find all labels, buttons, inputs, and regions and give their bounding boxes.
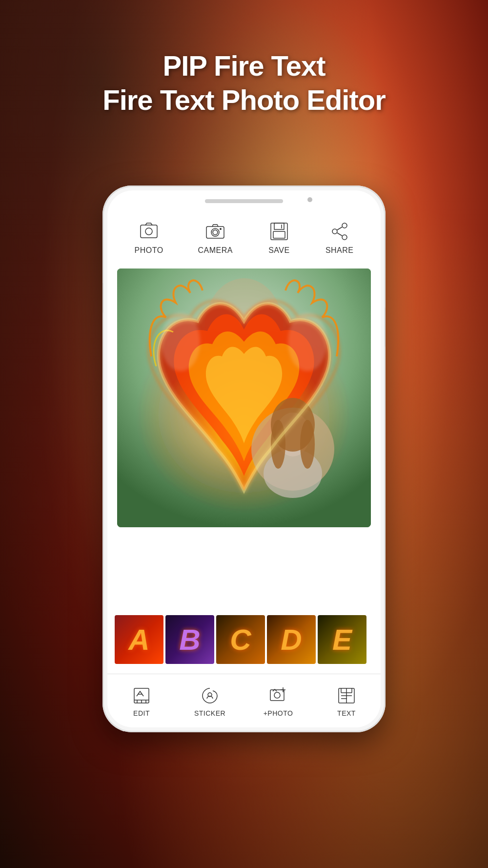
toolbar-save[interactable]: SAVE bbox=[267, 220, 291, 255]
thumbnail-c[interactable]: C bbox=[216, 615, 265, 664]
share-icon bbox=[328, 220, 351, 243]
svg-rect-29 bbox=[270, 690, 284, 701]
svg-point-1 bbox=[145, 228, 152, 235]
phone-power-button bbox=[385, 308, 386, 347]
svg-rect-0 bbox=[141, 225, 157, 238]
top-toolbar: PHOTO CAMERA bbox=[107, 215, 381, 260]
fire-heart-visual bbox=[117, 269, 371, 527]
svg-point-25 bbox=[300, 420, 315, 469]
photo-icon bbox=[137, 220, 161, 243]
svg-point-30 bbox=[274, 692, 280, 698]
toolbar-camera[interactable]: CAMERA bbox=[198, 220, 233, 255]
sticker-label: STICKER bbox=[194, 709, 225, 717]
svg-point-5 bbox=[220, 228, 222, 230]
phone-camera-dot bbox=[307, 197, 312, 202]
svg-point-4 bbox=[213, 230, 218, 235]
toolbar-share[interactable]: SHARE bbox=[325, 220, 354, 255]
phone-volume-button bbox=[102, 283, 103, 312]
thumbnail-d[interactable]: D bbox=[267, 615, 316, 664]
title-line1: PIP Fire Text bbox=[0, 49, 488, 83]
sticker-icon bbox=[199, 685, 221, 706]
nav-edit[interactable]: EDIT bbox=[107, 685, 176, 717]
nav-sticker[interactable]: STICKER bbox=[176, 685, 244, 717]
edit-label: EDIT bbox=[133, 709, 150, 717]
nav-text[interactable]: TEXT bbox=[312, 685, 381, 717]
bottom-nav: EDIT STICKER bbox=[107, 674, 381, 727]
save-icon bbox=[267, 220, 291, 243]
save-label: SAVE bbox=[268, 246, 290, 255]
thumbnail-e[interactable]: E bbox=[318, 615, 366, 664]
svg-line-14 bbox=[337, 233, 342, 236]
svg-point-11 bbox=[332, 229, 337, 234]
phone-notch bbox=[205, 199, 283, 203]
toolbar-photo[interactable]: PHOTO bbox=[134, 220, 163, 255]
nav-add-photo[interactable]: +PHOTO bbox=[244, 685, 312, 717]
svg-rect-7 bbox=[274, 223, 284, 229]
phone-frame: PHOTO CAMERA bbox=[102, 186, 386, 732]
thumbnail-a[interactable]: A bbox=[115, 615, 163, 664]
edit-icon bbox=[131, 685, 152, 706]
camera-label: CAMERA bbox=[198, 246, 233, 255]
add-photo-label: +PHOTO bbox=[264, 709, 293, 717]
app-title: PIP Fire Text Fire Text Photo Editor bbox=[0, 49, 488, 117]
svg-line-13 bbox=[337, 227, 342, 230]
text-icon bbox=[336, 685, 357, 706]
svg-point-10 bbox=[342, 223, 347, 228]
thumbnails-strip: A B C D E bbox=[107, 610, 381, 669]
photo-label: PHOTO bbox=[134, 246, 163, 255]
add-photo-icon bbox=[267, 685, 289, 706]
svg-point-12 bbox=[342, 235, 347, 240]
share-label: SHARE bbox=[325, 246, 354, 255]
camera-icon bbox=[203, 220, 227, 243]
main-canvas[interactable] bbox=[117, 269, 371, 527]
thumbnail-b[interactable]: B bbox=[165, 615, 214, 664]
title-line2: Fire Text Photo Editor bbox=[0, 83, 488, 117]
svg-rect-8 bbox=[273, 231, 285, 238]
text-label: TEXT bbox=[337, 709, 356, 717]
phone-screen: PHOTO CAMERA bbox=[107, 190, 381, 727]
